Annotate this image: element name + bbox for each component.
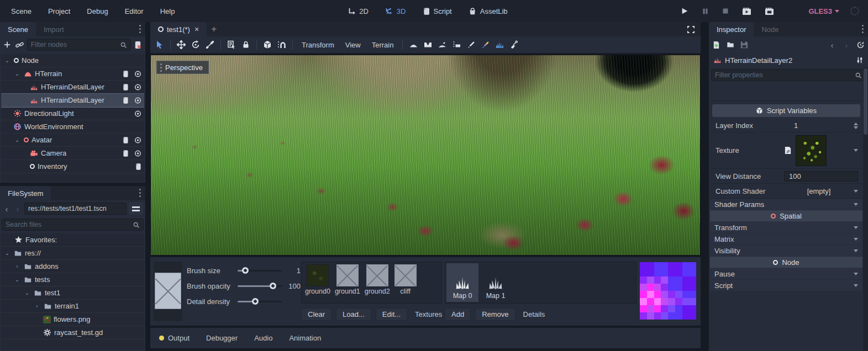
object-history-icon[interactable]: [856, 41, 865, 49]
tree-row-detaillayer1[interactable]: HTerrainDetailLayer: [1, 81, 144, 94]
lower-tool-icon[interactable]: [420, 38, 435, 52]
texture-item-ground0[interactable]: ground0: [305, 264, 330, 295]
tab-node[interactable]: Node: [754, 22, 786, 36]
tab-animation[interactable]: Animation: [289, 334, 321, 342]
object-tools-icon[interactable]: [856, 56, 864, 64]
collapse-arrow-icon[interactable]: ⌄: [23, 290, 31, 296]
script-icon[interactable]: [122, 150, 129, 157]
script-icon[interactable]: [135, 163, 142, 171]
tree-row-worldenvironment[interactable]: WorldEnvironment: [1, 120, 144, 134]
play-icon[interactable]: [681, 7, 688, 15]
tab-audio[interactable]: Audio: [254, 334, 272, 342]
expand-arrow-icon[interactable]: ›: [33, 303, 41, 309]
expand-arrow-icon[interactable]: ›: [13, 263, 21, 269]
rotate-tool-icon[interactable]: [188, 38, 203, 52]
snap-icon[interactable]: [275, 38, 289, 52]
section-pause[interactable]: Pause: [710, 268, 862, 280]
brush-shape-item[interactable]: [155, 273, 181, 309]
save-resource-icon[interactable]: [740, 41, 748, 49]
mesh-icon[interactable]: [260, 38, 275, 52]
section-visibility[interactable]: Visibility: [710, 245, 862, 257]
fs-row-addons[interactable]: › addons: [1, 260, 144, 273]
stop-icon[interactable]: [722, 8, 729, 14]
dock-menu-icon[interactable]: [136, 24, 144, 34]
history-back-icon[interactable]: ‹: [828, 40, 837, 50]
eye-icon[interactable]: [134, 150, 142, 157]
texture-resource-thumbnail[interactable]: [796, 135, 827, 166]
fs-row-test1[interactable]: ⌄ test1: [1, 286, 144, 300]
chevron-down-icon[interactable]: [854, 190, 858, 193]
tree-row-hterrain[interactable]: ⌄ HTerrain: [1, 67, 144, 81]
edit-resource-icon[interactable]: [784, 146, 792, 155]
view-distance-field[interactable]: 100: [784, 171, 858, 182]
search-files-input[interactable]: [6, 221, 133, 228]
stepper-icon[interactable]: [854, 123, 858, 129]
view-menu[interactable]: View: [340, 41, 366, 49]
custom-shader-value[interactable]: [empty]: [784, 187, 854, 195]
dig-tool-icon[interactable]: [507, 38, 521, 52]
paint-tool-icon[interactable]: [464, 38, 478, 52]
clear-button[interactable]: Clear: [301, 308, 332, 321]
chevron-down-icon[interactable]: [854, 149, 858, 152]
history-back-icon[interactable]: ‹: [2, 204, 11, 214]
tree-row-inventory[interactable]: Inventory: [1, 160, 144, 173]
collapse-arrow-icon[interactable]: ⌄: [13, 276, 21, 283]
instance-scene-button[interactable]: [14, 38, 24, 52]
workspace-2d[interactable]: 2D: [348, 7, 369, 15]
menu-scene[interactable]: Scene: [11, 7, 31, 15]
close-tab-icon[interactable]: ×: [194, 25, 199, 34]
fs-row-tests[interactable]: ⌄ tests: [1, 273, 144, 286]
filter-nodes-input[interactable]: [31, 41, 120, 49]
flatten-tool-icon[interactable]: [449, 38, 464, 52]
dock-menu-icon[interactable]: [859, 24, 867, 34]
details-button[interactable]: Details: [520, 309, 549, 320]
workspace-assetlib[interactable]: AssetLib: [469, 7, 508, 15]
tree-row-directionallight[interactable]: DirectionalLight: [1, 107, 144, 120]
eye-icon[interactable]: [134, 110, 142, 118]
renderer-select[interactable]: GLES3: [808, 0, 839, 22]
raise-tool-icon[interactable]: [406, 38, 420, 52]
section-matrix[interactable]: Matrix: [710, 233, 862, 245]
edit-button[interactable]: Edit...: [376, 308, 407, 321]
perspective-menu[interactable]: Perspective: [156, 61, 209, 74]
lock-icon[interactable]: [239, 38, 253, 52]
new-tab-icon[interactable]: +: [207, 22, 221, 36]
texture-item-ground1[interactable]: ground1: [335, 264, 360, 295]
tab-debugger[interactable]: Debugger: [206, 334, 238, 342]
tab-inspector[interactable]: Inspector: [709, 22, 754, 36]
section-transform[interactable]: Transform: [710, 222, 862, 233]
display-mode-button[interactable]: [129, 203, 143, 215]
load-button[interactable]: Load...: [336, 308, 371, 321]
history-forward-icon[interactable]: ›: [842, 40, 851, 50]
script-icon[interactable]: [122, 97, 129, 104]
brush-shape-list[interactable]: [154, 262, 182, 321]
filter-properties-input[interactable]: [715, 71, 855, 79]
menu-debug[interactable]: Debug: [87, 7, 108, 15]
map-item-0[interactable]: Map 0: [446, 263, 478, 302]
scene-tab-test1[interactable]: test1(*) ×: [150, 22, 207, 36]
fs-row-raycast-test-gd[interactable]: raycast_test.gd: [1, 326, 144, 339]
play-scene-icon[interactable]: [742, 7, 751, 15]
workspace-3d[interactable]: 3D: [385, 7, 406, 15]
tree-row-camera[interactable]: Camera: [1, 147, 144, 160]
collapse-arrow-icon[interactable]: ⌄: [3, 250, 11, 256]
transform-menu[interactable]: Transform: [296, 41, 340, 49]
menu-project[interactable]: Project: [48, 7, 70, 15]
expand-viewport-icon[interactable]: [687, 25, 695, 34]
dock-menu-icon[interactable]: [136, 188, 144, 198]
tab-filesystem[interactable]: FileSystem: [0, 186, 51, 200]
texture-item-ground2[interactable]: ground2: [365, 264, 390, 295]
section-shader-params[interactable]: Shader Params: [710, 199, 862, 210]
brush-size-slider[interactable]: [238, 267, 282, 274]
pause-icon[interactable]: [702, 8, 709, 15]
section-script[interactable]: Script: [710, 280, 862, 291]
scale-tool-icon[interactable]: [203, 38, 217, 52]
collapse-arrow-icon[interactable]: ⌄: [13, 71, 21, 77]
layer-index-value[interactable]: 1: [784, 121, 798, 130]
inspector-scrollbar[interactable]: [863, 67, 868, 351]
fs-row-favorites[interactable]: Favorites:: [1, 233, 144, 247]
map-item-1[interactable]: Map 1: [480, 263, 512, 302]
menu-help[interactable]: Help: [160, 7, 175, 15]
current-path-field[interactable]: [28, 205, 123, 212]
move-tool-icon[interactable]: [174, 38, 188, 52]
